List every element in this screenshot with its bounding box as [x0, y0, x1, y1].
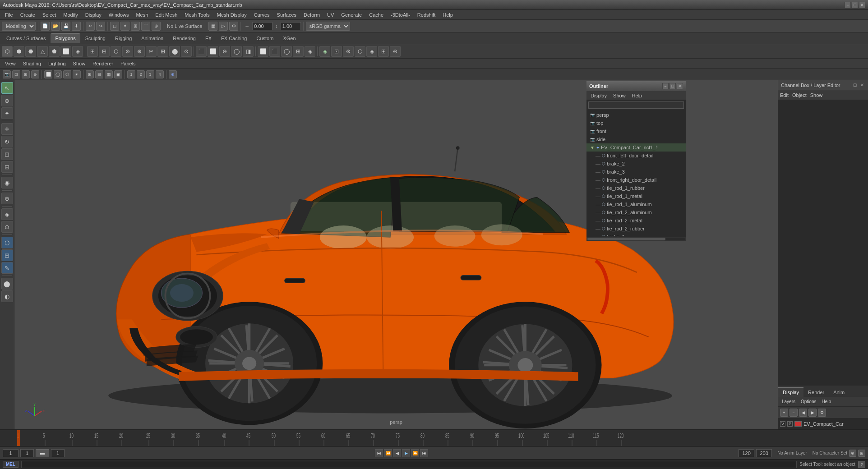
- anim-start-input[interactable]: 1: [20, 449, 34, 457]
- face-select-btn[interactable]: ⬣: [25, 46, 36, 57]
- outliner-scrollbar[interactable]: [586, 236, 686, 241]
- menu-generate[interactable]: Generate: [338, 11, 365, 18]
- outliner-tree[interactable]: 📷 persp 📷 top 📷 front 📷 side: [586, 110, 686, 236]
- outliner-minimize-btn[interactable]: −: [662, 83, 669, 89]
- lights-btn[interactable]: ☀: [73, 70, 81, 78]
- tab-polygons[interactable]: Polygons: [51, 33, 80, 43]
- select-camera-btn[interactable]: ⊕: [31, 70, 39, 78]
- layer-playback-btn[interactable]: P: [787, 421, 793, 427]
- lasso-tool-btn[interactable]: ⊛: [1, 95, 13, 106]
- frame-all-vp-btn[interactable]: ⊡: [12, 70, 20, 78]
- menu-mesh[interactable]: Mesh: [133, 11, 151, 18]
- boolean-btn[interactable]: ⊖: [219, 46, 230, 57]
- outliner-search-input[interactable]: [588, 101, 684, 109]
- layer-tab-render[interactable]: Render: [803, 388, 829, 397]
- universal-manip-btn[interactable]: ⊞: [1, 161, 13, 173]
- next-layer-btn[interactable]: ▶: [808, 409, 817, 417]
- tree-item-tie-rod-1a[interactable]: — ⬡ tie_rod_1_aluminum: [586, 200, 686, 208]
- menu-edit-mesh[interactable]: Edit Mesh: [152, 11, 180, 18]
- cut-faces-btn[interactable]: ✂: [146, 46, 157, 57]
- translate-y-input[interactable]: 1.00: [281, 22, 301, 30]
- move-tool-btn[interactable]: ✛: [1, 123, 13, 135]
- spherical-map-btn[interactable]: ◯: [281, 46, 292, 57]
- mesh-display2-btn[interactable]: ⊝: [390, 46, 401, 57]
- insert-loop-btn[interactable]: ⊕: [134, 46, 145, 57]
- render-settings-button[interactable]: ⚙: [229, 22, 238, 31]
- gamma-selector[interactable]: sRGB gamma: [306, 22, 350, 31]
- menu-cache[interactable]: Cache: [366, 11, 387, 18]
- mel-python-toggle[interactable]: MEL: [3, 461, 18, 468]
- menu-renderer[interactable]: Renderer: [89, 60, 116, 67]
- uv-select-btn[interactable]: △: [37, 46, 48, 57]
- select-tool-btn[interactable]: ↖: [1, 82, 13, 94]
- menu-surfaces[interactable]: Surfaces: [274, 11, 300, 18]
- smooth-btn[interactable]: ◯: [231, 46, 242, 57]
- undo-button[interactable]: ↩: [86, 22, 95, 31]
- select-mode-button[interactable]: ◻: [110, 22, 119, 31]
- current-frame-input[interactable]: 1: [3, 449, 18, 457]
- paint-select-btn[interactable]: ✦: [1, 107, 13, 119]
- tree-item-brake3[interactable]: — ⬡ brake_3: [586, 168, 686, 176]
- textured-btn[interactable]: ⬡: [63, 70, 71, 78]
- outliner-menu-help[interactable]: Help: [630, 92, 645, 99]
- menu-shading[interactable]: Shading: [20, 60, 44, 67]
- tab-fx-caching[interactable]: FX Caching: [217, 33, 251, 43]
- channel-box-resize-btn[interactable]: ⊡: [852, 83, 858, 87]
- object-label[interactable]: Object: [792, 92, 807, 98]
- sym-btn[interactable]: ⊞: [378, 46, 389, 57]
- layer-tab-display[interactable]: Display: [778, 387, 803, 397]
- quality-2-btn[interactable]: 2: [137, 70, 145, 78]
- translate-x-input[interactable]: 0.00: [252, 22, 272, 30]
- grid-btn[interactable]: ⊞: [86, 70, 94, 78]
- layer-visibility-btn[interactable]: V: [780, 421, 785, 427]
- anim-end-input[interactable]: 200: [756, 449, 772, 457]
- menu-uv[interactable]: UV: [324, 11, 337, 18]
- menu-mesh-tools[interactable]: Mesh Tools: [181, 11, 212, 18]
- menu-show[interactable]: Show: [70, 60, 89, 67]
- menu-windows[interactable]: Windows: [106, 11, 132, 18]
- redo-button[interactable]: ↪: [96, 22, 105, 31]
- wireframe-shaded-btn[interactable]: ⬜: [44, 70, 52, 78]
- menu-lighting[interactable]: Lighting: [45, 60, 69, 67]
- append-polygon-btn[interactable]: ⊞: [157, 46, 168, 57]
- new-layer-btn[interactable]: +: [780, 409, 788, 417]
- step-forward-btn[interactable]: ⏩: [411, 449, 419, 457]
- outliner-close-btn[interactable]: ✕: [677, 83, 683, 89]
- quality-1-btn[interactable]: 1: [127, 70, 135, 78]
- ipr-render-button[interactable]: ▷: [219, 22, 228, 31]
- layer-tab-anim[interactable]: Anim: [829, 388, 849, 397]
- go-to-start-btn[interactable]: ⏮: [375, 449, 383, 457]
- edit-label[interactable]: Edit: [780, 92, 789, 98]
- menu-display[interactable]: Display: [82, 11, 105, 18]
- relax-btn[interactable]: ◈: [305, 46, 315, 57]
- rotate-tool-btn[interactable]: ↻: [1, 136, 13, 147]
- snap-grid-button[interactable]: ⊞: [131, 22, 140, 31]
- menu-mesh-display[interactable]: Mesh Display: [214, 11, 250, 18]
- menu-select[interactable]: Select: [39, 11, 60, 18]
- tab-animation[interactable]: Animation: [137, 33, 168, 43]
- play-backward-btn[interactable]: ◀: [393, 449, 401, 457]
- menu-view[interactable]: View: [2, 60, 19, 67]
- timeline-ruler[interactable]: 1 5 10 15 20 25: [0, 430, 868, 446]
- layer-color-swatch[interactable]: [794, 421, 802, 427]
- outliner-menu-show[interactable]: Show: [611, 92, 628, 99]
- menu-redshift[interactable]: Redshift: [414, 11, 439, 18]
- menu-curves[interactable]: Curves: [251, 11, 273, 18]
- vertex-color-btn[interactable]: ◐: [1, 290, 13, 302]
- sculpt-btn[interactable]: ⊞: [1, 249, 13, 261]
- range-end-input[interactable]: [739, 449, 754, 457]
- go-to-end-btn[interactable]: ⏭: [420, 449, 428, 457]
- filmgate-btn[interactable]: ▦: [105, 70, 113, 78]
- help-line-btn[interactable]: ?: [858, 461, 865, 468]
- transform-button[interactable]: ✦: [120, 22, 129, 31]
- char-set-btn2[interactable]: ⊞: [858, 450, 865, 457]
- show-manip-btn[interactable]: ⊕: [1, 193, 13, 204]
- layers-sub-help[interactable]: Help: [820, 399, 833, 405]
- poke-btn[interactable]: ⊙: [181, 46, 192, 57]
- tree-item-fr-door[interactable]: — ⬡ front_right_door_detail: [586, 176, 686, 184]
- command-line-input[interactable]: [21, 461, 797, 468]
- maximize-button[interactable]: □: [852, 2, 858, 8]
- tab-rendering[interactable]: Rendering: [168, 33, 200, 43]
- tab-custom[interactable]: Custom: [252, 33, 278, 43]
- tree-item-tie-rod-1m[interactable]: — ⬡ tie_rod_1_metal: [586, 192, 686, 200]
